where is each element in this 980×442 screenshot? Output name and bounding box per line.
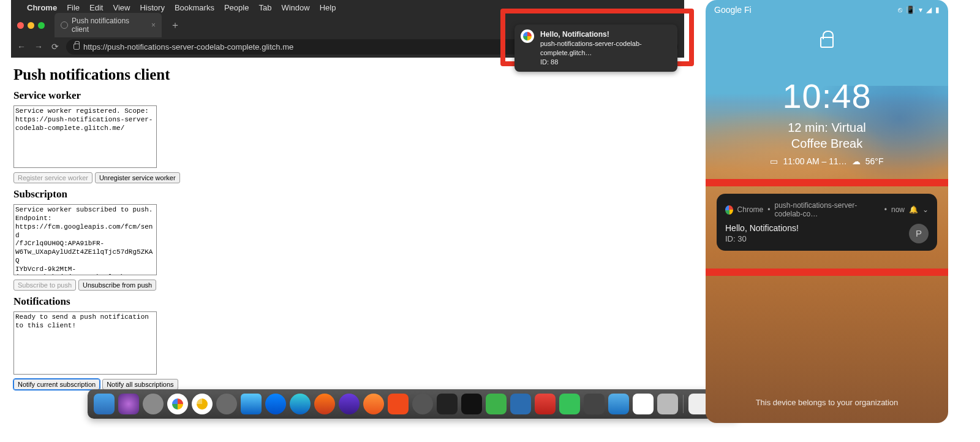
- firefox-nightly-icon[interactable]: [339, 394, 360, 414]
- notification-text: ID: 30: [725, 234, 903, 243]
- finder-icon[interactable]: [94, 394, 115, 414]
- reload-button[interactable]: ⟳: [51, 42, 59, 51]
- vpn-icon: ⎋: [898, 6, 902, 14]
- notification-site: push-notifications-server-codelab-co…: [774, 201, 880, 218]
- lockscreen-clock: 10:48 12 min: Virtual Coffee Break ▭ 11:…: [706, 76, 948, 166]
- section-notifications: Notifications: [13, 295, 678, 308]
- camtasia-icon[interactable]: [486, 394, 507, 414]
- calendar-icon: ▭: [770, 156, 778, 166]
- toast-source: push-notifications-server-codelab-comple…: [540, 39, 671, 58]
- toast-text: Hello, Notifications! push-notifications…: [540, 29, 671, 67]
- edge-icon[interactable]: [290, 394, 311, 414]
- phone-statusbar: Google Fi ⎋ 📳 ▾ ◢ ▮: [706, 0, 948, 20]
- notify-all-button[interactable]: Notify all subscriptions: [102, 379, 178, 390]
- battery-icon: ▮: [935, 6, 940, 14]
- macos-notification-toast[interactable]: Hello, Notifications! push-notifications…: [514, 25, 677, 72]
- url-text: https://push-notifications-server-codela…: [83, 42, 293, 51]
- safari-tp-icon[interactable]: [265, 394, 286, 414]
- notification-app: Chrome: [737, 205, 764, 214]
- chevron-down-icon[interactable]: ⌄: [922, 205, 929, 214]
- chrome-app-icon[interactable]: [167, 394, 188, 414]
- menubar-app-name[interactable]: Chrome: [27, 3, 57, 12]
- todoist-icon[interactable]: [535, 394, 556, 414]
- weather-icon: ☁: [852, 156, 861, 166]
- vscode-icon[interactable]: [510, 394, 531, 414]
- settings-icon[interactable]: [412, 394, 433, 414]
- weather-temp: 56°F: [865, 156, 884, 166]
- lock-icon: [74, 44, 80, 50]
- subscription-log[interactable]: [13, 204, 157, 275]
- signal-icon: ◢: [926, 6, 932, 14]
- vibrate-icon: 📳: [906, 6, 915, 14]
- calendar-event: 12 min: Virtual Coffee Break: [706, 120, 948, 151]
- status-icons: ⎋ 📳 ▾ ◢ ▮: [898, 5, 940, 15]
- chrome-canary-icon[interactable]: [192, 394, 213, 414]
- zoom-window-button[interactable]: [38, 22, 45, 29]
- lock-icon[interactable]: [820, 37, 834, 48]
- menu-help[interactable]: Help: [320, 3, 336, 12]
- notifications-log[interactable]: [13, 311, 157, 374]
- menu-file[interactable]: File: [67, 3, 80, 12]
- carrier-label: Google Fi: [714, 5, 752, 15]
- macos-dock: [88, 389, 740, 419]
- menu-history[interactable]: History: [140, 3, 164, 12]
- menu-view[interactable]: View: [113, 3, 130, 12]
- subscribe-button: Subscribe to push: [13, 280, 76, 291]
- new-tab-button[interactable]: ＋: [167, 19, 184, 32]
- notification-header: Chrome • push-notifications-server-codel…: [725, 201, 929, 218]
- android-lockscreen: Google Fi ⎋ 📳 ▾ ◢ ▮ 10:48 12 min: Virtua…: [706, 0, 948, 423]
- event-meta: ▭ 11:00 AM – 11… ☁ 56°F: [706, 156, 948, 166]
- launchpad-icon[interactable]: [143, 394, 164, 414]
- section-subscription: Subscripton: [13, 188, 678, 200]
- minimize-window-button[interactable]: [28, 22, 34, 29]
- app-icon-3[interactable]: [608, 394, 629, 414]
- notification-when: now: [891, 205, 905, 214]
- menu-people[interactable]: People: [224, 3, 249, 12]
- firefox-icon[interactable]: [314, 394, 335, 414]
- unsubscribe-button[interactable]: Unsubscribe from push: [78, 280, 156, 291]
- app-icon-4[interactable]: [657, 394, 678, 414]
- back-button[interactable]: ←: [17, 42, 26, 51]
- menu-edit[interactable]: Edit: [89, 3, 103, 12]
- notification-title: Hello, Notifications!: [725, 223, 903, 233]
- menu-bookmarks[interactable]: Bookmarks: [175, 3, 214, 12]
- dot-sep: •: [884, 205, 887, 214]
- iterm-icon[interactable]: [461, 394, 482, 414]
- page-content: Push notifications client Service worker…: [11, 58, 684, 395]
- toast-title: Hello, Notifications!: [540, 29, 671, 39]
- brave-icon[interactable]: [388, 394, 409, 414]
- browser-tab[interactable]: Push notifications client ×: [55, 13, 162, 37]
- macos-chrome-window: Chrome File Edit View History Bookmarks …: [11, 0, 684, 419]
- service-worker-log[interactable]: [13, 105, 157, 168]
- menu-window[interactable]: Window: [281, 3, 309, 12]
- toast-body: ID: 88: [540, 58, 671, 67]
- event-time: 11:00 AM – 11…: [783, 156, 846, 166]
- siri-icon[interactable]: [118, 394, 139, 414]
- dot-sep: •: [767, 205, 770, 214]
- terminal-icon[interactable]: [437, 394, 458, 414]
- close-window-button[interactable]: [17, 22, 24, 29]
- section-service-worker: Service worker: [13, 90, 678, 102]
- bell-icon[interactable]: 🔔: [909, 205, 918, 214]
- app-icon[interactable]: [216, 394, 237, 414]
- event-line-2: Coffee Break: [706, 135, 948, 151]
- menu-tab[interactable]: Tab: [258, 3, 271, 12]
- event-line-1: 12 min: Virtual: [706, 120, 948, 135]
- notes-icon[interactable]: [633, 394, 654, 414]
- window-controls: [17, 22, 45, 29]
- android-notification-card[interactable]: Chrome • push-notifications-server-codel…: [717, 194, 937, 251]
- close-tab-icon[interactable]: ×: [151, 21, 156, 29]
- unregister-sw-button[interactable]: Unregister service worker: [95, 172, 180, 183]
- forward-button[interactable]: →: [34, 42, 43, 51]
- firefox-dev-icon[interactable]: [363, 394, 384, 414]
- notify-current-button[interactable]: Notify current subscription: [13, 379, 100, 390]
- org-ownership-footer: This device belongs to your organization: [706, 398, 948, 407]
- chat-icon[interactable]: [559, 394, 580, 414]
- nav-buttons: ← → ⟳: [17, 42, 59, 51]
- notification-body: Hello, Notifications! ID: 30 P: [725, 223, 929, 243]
- register-sw-button: Register service worker: [13, 172, 92, 183]
- wifi-icon: ▾: [919, 6, 922, 14]
- app-icon-2[interactable]: [584, 394, 605, 414]
- safari-icon[interactable]: [241, 394, 262, 414]
- chrome-icon: [725, 205, 733, 215]
